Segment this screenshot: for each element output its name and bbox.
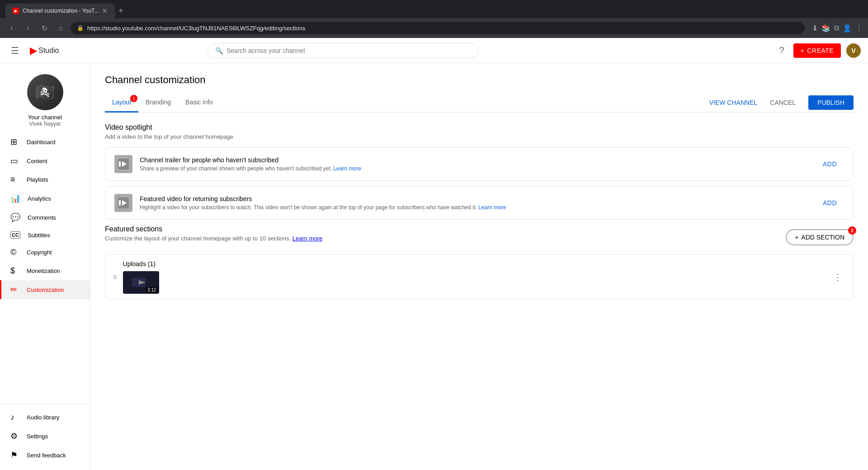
home-button[interactable]: ⌂ [54,22,67,34]
featured-sections-section: Featured sections Customize the layout o… [105,225,854,300]
sidebar-label-comments: Comments [28,214,56,221]
create-label: CREATE [807,47,834,54]
view-channel-button[interactable]: VIEW CHANNEL [709,95,758,110]
tab-close-btn[interactable]: ✕ [102,7,108,14]
user-avatar[interactable]: V [846,43,861,58]
address-bar[interactable]: 🔒 https://studio.youtube.com/channel/UC3… [71,22,805,34]
monetization-icon: $ [10,266,19,276]
search-input-wrapper: 🔍 [208,43,479,58]
create-button[interactable]: + CREATE [793,43,841,58]
sidebar-label-copyright: Copyright [27,249,52,256]
video-spotlight-section: Video spotlight Add a video to the top o… [105,123,854,220]
forward-button[interactable]: › [22,22,34,34]
sidebar-item-monetization[interactable]: $ Monetization [0,262,90,280]
sidebar-item-content[interactable]: ▭ Content [0,151,90,170]
customization-icon: ✏ [10,285,19,295]
search-input[interactable] [226,47,471,54]
copyright-icon: © [10,248,19,257]
search-icon: 🔍 [215,47,223,54]
featured-video-add-button[interactable]: ADD [816,196,844,210]
featured-video-content: Featured video for returning subscribers… [140,195,808,211]
sidebar-item-analytics[interactable]: 📊 Analytics [0,189,90,208]
help-button[interactable]: ? [775,42,788,59]
sidebar-label-content: Content [27,158,47,164]
send-feedback-icon: ⚑ [10,450,19,460]
tab-actions: VIEW CHANNEL CANCEL PUBLISH [709,95,854,110]
refresh-button[interactable]: ↻ [38,22,51,34]
sidebar-label-monetization: Monetization [27,268,60,274]
audio-library-icon: ♪ [10,413,19,422]
sidebar-item-dashboard[interactable]: ⊞ Dashboard [0,132,90,151]
featured-video-desc: Highlight a video for your subscribers t… [140,204,808,211]
bookmarks-icon[interactable]: 📚 [821,24,830,33]
svg-rect-5 [119,200,121,206]
tab-switch-icon[interactable]: ⧉ [834,24,839,33]
add-section-badge: 2 [848,226,856,235]
yt-logo-icon: ▶ [30,45,37,56]
browser-nav-bar: ‹ › ↻ ⌂ 🔒 https://studio.youtube.com/cha… [0,18,868,38]
cancel-button[interactable]: CANCEL [763,95,803,110]
sidebar-item-settings[interactable]: ⚙ Settings [0,427,90,446]
page-title: Channel customization [105,74,854,86]
subtitles-icon: CC [10,231,20,239]
sidebar-item-playlists[interactable]: ≡ Playlists [0,170,90,189]
channel-trailer-learn-more[interactable]: Learn more [334,165,361,172]
sidebar-nav: ⊞ Dashboard ▭ Content ≡ Playlists 📊 Anal… [0,132,90,404]
sidebar-label-send-feedback: Send feedback [27,452,66,459]
app-header: ☰ ▶ Studio 🔍 ? + CREATE V [0,38,868,63]
channel-trailer-title: Channel trailer for people who haven't s… [140,156,808,164]
main-layout: 🏴‍☠️ Your channel Vivek Nayyar ⊞ Dashboa… [0,63,868,470]
menu-icon[interactable]: ⋮ [855,24,863,33]
security-icon: 🔒 [77,25,84,31]
drag-handle-icon[interactable]: ≡ [113,273,118,282]
settings-icon: ⚙ [10,431,19,441]
comments-icon: 💬 [10,212,20,222]
sidebar-item-customization[interactable]: ✏ Customization [0,280,90,299]
account-icon[interactable]: 👤 [843,24,852,33]
sidebar-item-copyright[interactable]: © Copyright [0,243,90,262]
hamburger-menu-button[interactable]: ☰ [7,42,23,60]
tab-basic-info-label: Basic info [185,99,213,106]
dashboard-icon: ⊞ [10,137,19,147]
sidebar-item-comments[interactable]: 💬 Comments [0,208,90,227]
video-spotlight-desc: Add a video to the top of your channel h… [105,133,854,140]
back-button[interactable]: ‹ [5,22,18,34]
channel-avatar[interactable]: 🏴‍☠️ [27,74,63,110]
channel-trailer-icon [114,155,132,173]
tab-layout-label: Layout [112,99,131,106]
featured-video-learn-more[interactable]: Learn more [478,204,506,211]
uploads-more-button[interactable]: ⋮ [830,270,846,284]
browser-tab[interactable]: ▶ Channel customization - YouT... ✕ [5,4,115,18]
featured-sections-desc: Customize the layout of your channel hom… [105,235,322,242]
download-icon[interactable]: ⬇ [812,24,818,33]
channel-name: Your channel [28,114,62,121]
publish-button[interactable]: PUBLISH [808,95,854,110]
featured-video-icon [114,194,132,212]
featured-video-title: Featured video for returning subscribers [140,195,808,202]
featured-sections-title: Featured sections [105,225,322,233]
channel-trailer-desc: Share a preview of your channel shown wi… [140,165,808,172]
tab-basic-info[interactable]: Basic info [178,93,220,113]
content-area: Channel customization Layout 1 Branding … [90,63,868,470]
sidebar-label-analytics: Analytics [28,195,51,202]
video-duration-badge: 3:12 [146,287,158,293]
featured-sections-header: Featured sections Customize the layout o… [105,225,854,249]
featured-video-card: Featured video for returning subscribers… [105,186,854,220]
upload-thumbnail: 3:12 [123,271,159,294]
add-section-button[interactable]: + ADD SECTION 2 [786,229,854,245]
tab-layout-badge: 1 [130,95,137,102]
uploads-section-card: ≡ Uploads (1) 3:12 [105,254,854,300]
search-bar: 🔍 [208,43,479,58]
tabs-bar: Layout 1 Branding Basic info VIEW CHANNE… [105,93,854,113]
svg-rect-2 [119,161,121,167]
sidebar-item-audio-library[interactable]: ♪ Audio library [0,408,90,427]
sidebar-label-audio-library: Audio library [27,414,59,421]
logo[interactable]: ▶ Studio [30,45,59,56]
sidebar-item-send-feedback[interactable]: ⚑ Send feedback [0,446,90,465]
new-tab-button[interactable]: + [118,6,123,16]
tab-layout[interactable]: Layout 1 [105,93,138,113]
tab-branding[interactable]: Branding [138,93,178,113]
featured-sections-learn-more[interactable]: Learn more [292,235,322,242]
sidebar-item-subtitles[interactable]: CC Subtitles [0,227,90,243]
channel-trailer-add-button[interactable]: ADD [816,157,844,171]
